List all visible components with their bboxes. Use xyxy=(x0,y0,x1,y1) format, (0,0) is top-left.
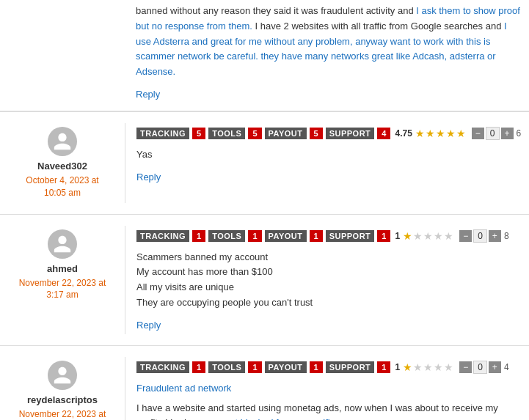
comment-text: I have a website and started using monet… xyxy=(136,401,522,420)
top-comment-text: banned without any reason they said it w… xyxy=(136,4,522,80)
vote-minus-btn[interactable]: − xyxy=(459,230,472,242)
support-label: SUPPORT xyxy=(326,230,375,242)
avatar xyxy=(48,127,77,156)
payout-label: PAYOUT xyxy=(265,230,307,242)
star-2: ★ xyxy=(413,361,423,373)
payout-label: PAYOUT xyxy=(265,128,307,139)
reply-link[interactable]: Reply xyxy=(136,320,161,331)
avatar xyxy=(48,229,77,259)
comment-body: TRACKING 1 TOOLS 1 PAYOUT 1 SUPPORT 1 1 … xyxy=(125,357,529,420)
star-3: ★ xyxy=(423,230,433,242)
comment-author-left: ahmed November 22, 2023 at3:17 am xyxy=(0,226,125,334)
star-3: ★ xyxy=(436,128,445,139)
vote-extra: 6 xyxy=(517,128,522,139)
username: ahmed xyxy=(7,263,117,274)
tracking-label: TRACKING xyxy=(136,230,189,242)
tracking-label: TRACKING xyxy=(136,361,189,373)
vote-plus-btn[interactable]: + xyxy=(489,361,501,373)
reply-link[interactable]: Reply xyxy=(136,172,161,183)
comment-title: Fraudulent ad network xyxy=(136,381,522,397)
tools-label: TOOLS xyxy=(208,361,245,373)
comment-body: TRACKING 5 TOOLS 5 PAYOUT 5 SUPPORT 4 4.… xyxy=(125,123,529,203)
vote-minus-btn[interactable]: − xyxy=(472,128,484,139)
vote-count: 0 xyxy=(473,361,487,374)
comment-date: November 22, 2023 at1:15 pm xyxy=(7,408,117,420)
vote-count: 0 xyxy=(486,127,500,140)
support-score: 1 xyxy=(377,230,390,242)
vote-count: 0 xyxy=(473,229,487,243)
star-rating: ★ ★ ★ ★ ★ xyxy=(415,128,466,139)
tools-score: 1 xyxy=(248,230,261,242)
comment-naveed: Naveed302 October 4, 2023 at10:05 am TRA… xyxy=(0,111,529,214)
ratings-bar: TRACKING 1 TOOLS 1 PAYOUT 1 SUPPORT 1 1 … xyxy=(136,229,522,243)
star-rating: ★ ★ ★ ★ ★ xyxy=(403,361,453,373)
tracking-score: 1 xyxy=(192,361,205,373)
tracking-score: 1 xyxy=(192,230,205,242)
comment-body: TRACKING 1 TOOLS 1 PAYOUT 1 SUPPORT 1 1 … xyxy=(125,226,529,334)
star-1: ★ xyxy=(403,230,412,242)
username: reydelascriptos xyxy=(7,394,117,405)
vote-plus-btn[interactable]: + xyxy=(489,230,501,242)
username: Naveed302 xyxy=(7,161,117,172)
vote-plus-btn[interactable]: + xyxy=(501,128,514,139)
tools-label: TOOLS xyxy=(208,230,245,242)
ratings-bar: TRACKING 5 TOOLS 5 PAYOUT 5 SUPPORT 4 4.… xyxy=(136,127,522,140)
star-4: ★ xyxy=(434,361,443,373)
ratings-bar: TRACKING 1 TOOLS 1 PAYOUT 1 SUPPORT 1 1 … xyxy=(136,361,522,374)
comment-author-left: Naveed302 October 4, 2023 at10:05 am xyxy=(0,123,125,203)
comment-reydelascriptos: reydelascriptos November 22, 2023 at1:15… xyxy=(0,345,529,420)
star-2: ★ xyxy=(413,230,423,242)
vote-box: − 0 + xyxy=(459,361,501,374)
vote-minus-btn[interactable]: − xyxy=(459,361,472,373)
top-reply-link[interactable]: Reply xyxy=(136,89,160,100)
comment-ahmed: ahmed November 22, 2023 at3:17 am TRACKI… xyxy=(0,214,529,345)
payout-score: 1 xyxy=(310,230,323,242)
star-4: ★ xyxy=(434,230,443,242)
support-label: SUPPORT xyxy=(326,361,375,373)
tools-label: TOOLS xyxy=(208,128,245,139)
star-5: ★ xyxy=(444,230,453,242)
vote-box: − 0 + xyxy=(459,229,501,243)
overall-score: 4.75 xyxy=(395,128,412,139)
star-3: ★ xyxy=(423,361,433,373)
avatar xyxy=(48,361,77,390)
overall-score: 1 xyxy=(395,362,400,372)
star-2: ★ xyxy=(426,128,435,139)
support-score: 1 xyxy=(377,361,390,373)
star-1: ★ xyxy=(403,361,412,373)
payout-score: 5 xyxy=(310,128,323,139)
star-5: ★ xyxy=(444,361,453,373)
star-5: ★ xyxy=(456,128,466,139)
vote-extra: 8 xyxy=(504,231,509,241)
vote-extra: 4 xyxy=(504,362,509,372)
tools-score: 1 xyxy=(248,361,261,373)
tracking-score: 5 xyxy=(192,128,205,139)
payout-score: 1 xyxy=(310,361,323,373)
overall-score: 1 xyxy=(395,231,400,241)
star-1: ★ xyxy=(415,128,425,139)
star-rating: ★ ★ ★ ★ ★ xyxy=(403,230,453,242)
comment-date: October 4, 2023 at10:05 am xyxy=(7,174,117,199)
comment-text: Yas xyxy=(136,147,522,163)
tools-score: 5 xyxy=(248,128,261,139)
comment-author-left: reydelascriptos November 22, 2023 at1:15… xyxy=(0,357,125,420)
comment-date: November 22, 2023 at3:17 am xyxy=(7,277,117,302)
payout-label: PAYOUT xyxy=(265,361,307,373)
star-4: ★ xyxy=(446,128,456,139)
support-score: 4 xyxy=(377,128,390,139)
comment-text: Scammers banned my account My account ha… xyxy=(136,250,522,311)
tracking-label: TRACKING xyxy=(136,128,189,139)
support-label: SUPPORT xyxy=(326,128,375,139)
vote-box: − 0 + xyxy=(472,127,514,140)
